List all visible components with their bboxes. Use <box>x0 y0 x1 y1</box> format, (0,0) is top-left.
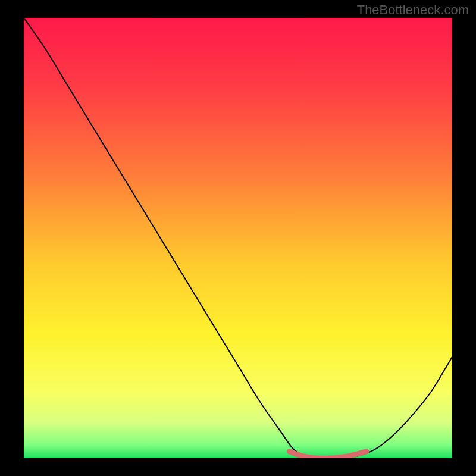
attribution-text: TheBottleneck.com <box>357 2 469 18</box>
bottleneck-curve <box>24 18 452 458</box>
curve-overlay <box>24 18 452 458</box>
chart-area <box>24 18 452 458</box>
optimal-zone-highlight <box>289 452 367 458</box>
